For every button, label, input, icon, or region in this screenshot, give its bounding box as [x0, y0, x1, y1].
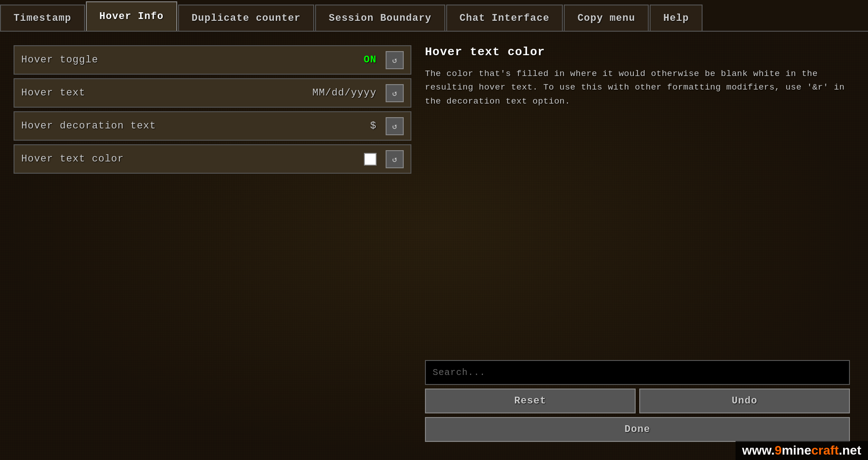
content-area: Hover toggle ON ↺ Hover text MM/dd/yyyy … [0, 32, 868, 460]
setting-row-hover-decoration-text: Hover decoration text $ ↺ [14, 111, 411, 141]
tab-session-boundary[interactable]: Session Boundary [315, 5, 445, 31]
hover-toggle-reset-button[interactable]: ↺ [386, 51, 404, 69]
tab-duplicate-counter[interactable]: Duplicate counter [178, 5, 314, 31]
tab-chat-interface[interactable]: Chat Interface [446, 5, 563, 31]
watermark: www.9minecraft.net [736, 441, 868, 460]
button-row: Reset Undo [425, 389, 850, 413]
search-input[interactable] [425, 360, 850, 385]
hover-toggle-value: ON [364, 54, 377, 66]
hover-decoration-reset-button[interactable]: ↺ [386, 117, 404, 135]
setting-row-hover-text: Hover text MM/dd/yyyy ↺ [14, 78, 411, 108]
setting-row-hover-text-color: Hover text color ↺ [14, 144, 411, 174]
hover-decoration-value: $ [370, 120, 377, 132]
undo-button[interactable]: Undo [639, 389, 850, 413]
watermark-text: www.9minecraft.net [742, 443, 862, 457]
info-title: Hover text color [425, 45, 850, 59]
hover-text-value: MM/dd/yyyy [312, 87, 377, 99]
main-container: Timestamp Hover Info Duplicate counter S… [0, 0, 868, 460]
reset-button[interactable]: Reset [425, 389, 636, 413]
hover-text-reset-button[interactable]: ↺ [386, 84, 404, 102]
hover-text-color-swatch[interactable] [364, 153, 377, 166]
hover-toggle-label: Hover toggle [21, 54, 359, 66]
tab-timestamp[interactable]: Timestamp [0, 5, 85, 31]
tab-copy-menu[interactable]: Copy menu [564, 5, 649, 31]
info-description: The color that's filled in where it woul… [425, 67, 850, 108]
settings-panel: Hover toggle ON ↺ Hover text MM/dd/yyyy … [9, 41, 416, 451]
done-button[interactable]: Done [425, 417, 850, 442]
hover-text-color-label: Hover text color [21, 153, 359, 165]
setting-row-hover-toggle: Hover toggle ON ↺ [14, 45, 411, 75]
bottom-controls: Reset Undo Done [425, 360, 850, 442]
tab-help[interactable]: Help [650, 5, 703, 31]
info-panel: Hover text color The color that's filled… [416, 41, 859, 451]
tab-hover-info[interactable]: Hover Info [86, 1, 177, 31]
tab-bar: Timestamp Hover Info Duplicate counter S… [0, 0, 868, 32]
hover-decoration-label: Hover decoration text [21, 120, 366, 132]
hover-text-color-reset-button[interactable]: ↺ [386, 150, 404, 168]
hover-text-label: Hover text [21, 87, 308, 99]
